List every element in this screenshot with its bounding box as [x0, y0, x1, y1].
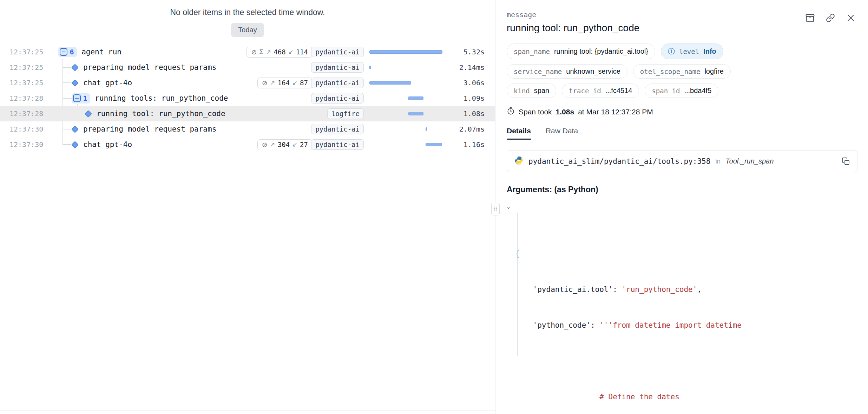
token-usage-badge[interactable]: ⊘ Σ ↗ 468 ↙ 114 [246, 47, 313, 58]
token-usage-badge[interactable]: ⊘ ↗ 304 ↙ 27 [257, 139, 313, 150]
timeline-cell [369, 142, 442, 147]
span-diamond-icon [71, 125, 79, 133]
scope-tag[interactable]: pydantic-ai [311, 139, 364, 150]
duration: 5.32s [448, 48, 485, 56]
close-icon[interactable] [846, 13, 855, 22]
scope-tag[interactable]: logfire [327, 108, 364, 119]
duration: 2.07ms [448, 125, 485, 133]
tokens-icon: ⊘ [262, 141, 268, 149]
timeline-cell [369, 49, 442, 54]
scope-tag[interactable]: pydantic-ai [311, 93, 364, 104]
logfire-app: No older items in the selected time wind… [0, 0, 868, 414]
span-diamond-icon [85, 110, 92, 117]
chip-level[interactable]: ⓘ level Info [661, 44, 723, 59]
scope-tag[interactable]: pydantic-ai [311, 124, 364, 134]
tree-cell: preparing model request params [52, 125, 317, 133]
arrow-up-icon: ↗ [266, 48, 271, 56]
duration: 1.08s [448, 109, 485, 118]
chip-span-id[interactable]: span_id ...bda4f5 [645, 84, 718, 98]
row-timestamp: 12:37:30 [0, 140, 52, 149]
timeline-bar[interactable] [369, 66, 371, 69]
timeline-bar[interactable] [408, 96, 423, 100]
duration: 1.09s [448, 94, 485, 102]
code-location-box[interactable]: pydantic_ai_slim/pydantic_ai/tools.py:35… [507, 150, 857, 172]
row-timestamp: 12:37:28 [0, 109, 52, 118]
trace-panel-header: No older items in the selected time wind… [0, 0, 495, 37]
took-duration: 1.08s [556, 108, 574, 116]
scope-tag[interactable]: pydantic-ai [311, 47, 364, 57]
token-usage-badge[interactable]: ⊘ ↗ 164 ↙ 87 [257, 78, 313, 88]
trace-row-agent-run[interactable]: 12:37:25 6 agent run ⊘ Σ ↗ 468 ↙ 114 [0, 44, 495, 60]
today-button[interactable]: Today [231, 23, 264, 37]
row-timestamp: 12:37:25 [0, 48, 52, 56]
python-icon [514, 156, 524, 167]
tree-cell: 6 agent run ⊘ Σ ↗ 468 ↙ 114 [52, 47, 317, 58]
trace-row-preparing-params[interactable]: 12:37:25 preparing model request params … [0, 60, 495, 75]
collapse-toggle[interactable]: 6 [58, 47, 77, 57]
arrow-up-icon: ↗ [270, 79, 275, 87]
timeline-cell [369, 80, 442, 85]
trace-row-chat-gpt4o-2[interactable]: 12:37:30 chat gpt-4o ⊘ ↗ 304 ↙ 27 pydant… [0, 137, 495, 152]
timeline-bar[interactable] [369, 81, 411, 85]
panel-resize-handle[interactable]: ⠿ [491, 203, 500, 215]
chip-span-name[interactable]: span_name running tool: {pydantic_ai.too… [507, 44, 655, 59]
trace-row-chat-gpt4o[interactable]: 12:37:25 chat gpt-4o ⊘ ↗ 164 ↙ 87 pydant… [0, 75, 495, 91]
timeline-bar[interactable] [369, 50, 442, 54]
trace-row-preparing-params-2[interactable]: 12:37:30 preparing model request params … [0, 121, 495, 137]
collapse-toggle[interactable]: 1 [72, 93, 90, 104]
archive-icon[interactable] [805, 13, 815, 22]
stopwatch-icon [507, 107, 515, 117]
timeline-bar[interactable] [408, 112, 423, 115]
row-timestamp: 12:37:30 [0, 125, 52, 133]
timeline-cell [369, 96, 442, 101]
attribute-chips: span_name running tool: {pydantic_ai.too… [507, 44, 857, 98]
arrow-up-icon: ↗ [270, 141, 275, 148]
chip-kind[interactable]: kind span [507, 84, 556, 98]
row-timestamp: 12:37:25 [0, 79, 52, 87]
span-name: chat gpt-4o [83, 140, 132, 149]
took-timestamp: at Mar 18 12:37:28 PM [578, 108, 653, 116]
detail-tabs: Details Raw Data [507, 127, 857, 140]
trace-rows: 12:37:25 6 agent run ⊘ Σ ↗ 468 ↙ 114 [0, 44, 495, 152]
timeline-bar[interactable] [426, 143, 442, 146]
chip-trace-id[interactable]: trace_id ...fc4514 [562, 84, 639, 98]
output-tokens: 27 [300, 141, 308, 148]
indent-guide [517, 213, 518, 356]
span-name: preparing model request params [83, 63, 216, 72]
detail-panel: message running tool: run_python_code sp… [495, 0, 868, 414]
span-name: running tool: run_python_code [97, 109, 225, 118]
arguments-heading: Arguments: (as Python) [507, 185, 857, 194]
chip-service-name[interactable]: service_name unknown_service [507, 64, 627, 79]
timeline-bar[interactable] [426, 127, 427, 131]
copy-icon[interactable] [842, 157, 850, 166]
info-icon: ⓘ [668, 47, 675, 56]
span-name: preparing model request params [83, 125, 216, 133]
took-prefix: Span took [519, 108, 552, 116]
in-label: in [715, 158, 721, 165]
tab-raw-data[interactable]: Raw Data [546, 127, 578, 140]
span-diamond-icon [71, 79, 79, 86]
chip-otel-scope-name[interactable]: otel_scope_name logfire [633, 64, 731, 79]
input-tokens: 468 [274, 48, 285, 56]
span-diamond-icon [71, 141, 79, 148]
span-name: chat gpt-4o [83, 79, 132, 87]
arrow-down-icon: ↙ [292, 79, 297, 87]
trace-panel: No older items in the selected time wind… [0, 0, 495, 414]
span-name: running tools: run_python_code [95, 94, 228, 102]
span-took-line: Span took 1.08s at Mar 18 12:37:28 PM [507, 107, 857, 117]
tree-cell: running tool: run_python_code [52, 109, 317, 118]
scope-tag[interactable]: pydantic-ai [311, 78, 364, 88]
record-kind-label: message [507, 11, 857, 19]
scope-tag[interactable]: pydantic-ai [311, 62, 364, 73]
arrow-down-icon: ↙ [288, 48, 294, 56]
sigma-icon: Σ [259, 48, 263, 56]
detail-title: running tool: run_python_code [507, 22, 857, 34]
arguments-code-block: ⌄ { 'pydantic_ai.tool': 'run_python_code… [507, 200, 857, 414]
link-icon[interactable] [826, 13, 835, 22]
trace-row-running-tools[interactable]: 12:37:28 1 running tools: run_python_cod… [0, 91, 495, 106]
trace-row-running-tool-selected[interactable]: 12:37:28 running tool: run_python_code l… [0, 106, 495, 121]
tab-details[interactable]: Details [507, 127, 531, 140]
timeline-cell [369, 111, 442, 116]
tokens-icon: ⊘ [262, 79, 268, 87]
collapse-chevron-icon[interactable]: ⌄ [507, 200, 514, 212]
